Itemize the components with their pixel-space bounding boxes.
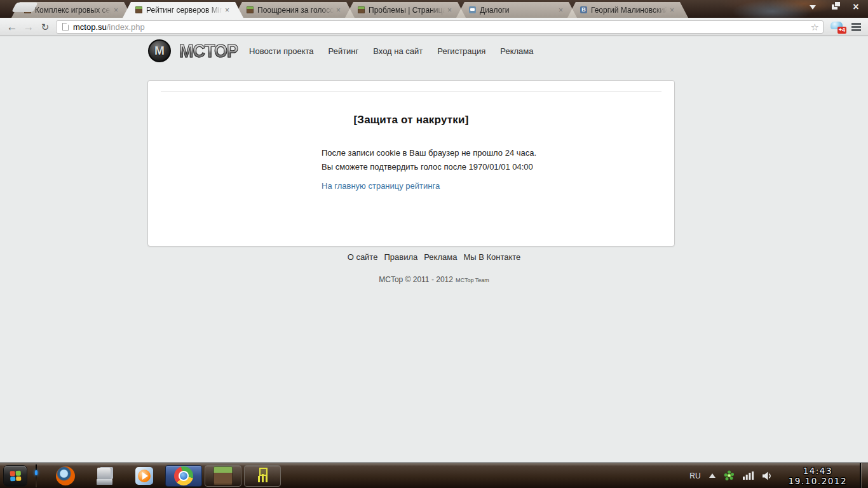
tab-title: Диалоги (480, 6, 556, 15)
tab-title: Комплекс игровых сервер (35, 6, 111, 15)
url-path: /index.php (107, 22, 145, 32)
show-desktop-button[interactable] (860, 463, 868, 488)
protection-message: После записи cookie в Ваш браузер не про… (322, 146, 674, 174)
tab-title: Георгий Малиновский (591, 6, 667, 15)
browser-tab[interactable]: Диалоги × (456, 2, 577, 18)
browser-tab[interactable]: Проблемы | Страница 113 × (345, 2, 466, 18)
taskbar-divider (36, 464, 37, 487)
footer-link[interactable]: Правила (384, 252, 417, 262)
taskbar-app-button[interactable] (86, 465, 123, 487)
nav-link[interactable]: Новости проекта (249, 46, 314, 56)
nav-link[interactable]: Вход на сайт (373, 46, 423, 56)
site-logo[interactable]: M MCTOP (148, 39, 238, 62)
tab-close-icon[interactable]: × (225, 6, 229, 14)
start-button[interactable] (3, 465, 27, 487)
chrome-menu-button[interactable] (850, 22, 863, 32)
tab-title: Рейтинг серверов Minecra (146, 6, 222, 15)
copyright-team: MCTop Team (456, 277, 489, 283)
url-text: mctop.su/index.php (73, 22, 145, 32)
browser-toolbar: ← → ↻ mctop.su/index.php ☆ +4 (0, 18, 868, 36)
taskbar-clock[interactable]: 14:43 19.10.2012 (789, 466, 847, 486)
tab-favicon-icon (135, 6, 142, 13)
app-icon (214, 466, 233, 485)
back-to-rating-link[interactable]: На главную страницу рейтинга (322, 181, 440, 191)
nav-link[interactable]: Рейтинг (329, 46, 359, 56)
tab-favicon-icon (580, 6, 587, 13)
nav-link[interactable]: Реклама (500, 46, 533, 56)
tab-title: Поощрения за голосован (257, 6, 334, 15)
site-nav: Новости проектаРейтингВход на сайтРегист… (249, 46, 548, 56)
extension-badge: +4 (837, 27, 846, 34)
tab-title: Проблемы | Страница 113 (369, 6, 445, 15)
system-tray: RU 14:43 19.10.2012 (689, 466, 856, 486)
tab-close-icon[interactable]: × (114, 6, 118, 14)
forward-button[interactable]: → (20, 22, 37, 32)
footer-link[interactable]: О сайте (348, 252, 378, 262)
taskbar-app-button[interactable] (165, 465, 202, 487)
taskbar-app-button[interactable] (126, 465, 163, 487)
clock-date: 19.10.2012 (789, 476, 847, 486)
url-host: mctop.su (73, 22, 107, 32)
taskbar: RU 14:43 19.10.2012 (0, 463, 868, 488)
app-icon (56, 466, 75, 485)
app-icon (95, 467, 114, 485)
network-signal-icon[interactable] (743, 471, 754, 480)
minimize-icon (810, 5, 816, 13)
reload-button[interactable]: ↻ (37, 22, 53, 32)
bookmark-star-icon[interactable]: ☆ (811, 22, 819, 32)
address-bar[interactable]: mctop.su/index.php ☆ (56, 20, 824, 34)
web-page: M MCTOP Новости проектаРейтингВход на са… (0, 37, 868, 463)
page-title: [Защита от накрутки] (148, 114, 674, 126)
back-button[interactable]: ← (4, 22, 20, 32)
taskbar-apps (47, 465, 281, 487)
window-close-button[interactable]: × (850, 3, 862, 11)
tab-favicon-icon (247, 6, 254, 13)
taskbar-app-button[interactable] (244, 465, 281, 487)
site-footer-nav: О сайтеПравилаРекламаМы В Контакте (0, 252, 868, 262)
window-minimize-button[interactable] (807, 3, 818, 11)
show-hidden-icons-button[interactable] (709, 470, 715, 478)
tab-close-icon[interactable]: × (559, 6, 563, 14)
browser-tab[interactable]: Поощрения за голосован × (234, 2, 355, 18)
footer-link[interactable]: Мы В Контакте (463, 252, 520, 262)
app-icon (255, 467, 269, 484)
clock-time: 14:43 (789, 466, 847, 476)
window-restore-button[interactable] (829, 3, 840, 11)
copyright-text: MCTop © 2011 - 2012 (379, 275, 453, 284)
mctop-logo-icon: M (148, 39, 171, 62)
windows-logo-icon (10, 470, 21, 481)
extension-button[interactable]: +4 (829, 20, 845, 33)
card-divider (161, 91, 661, 92)
tab-favicon-icon (358, 6, 365, 13)
tab-close-icon[interactable]: × (447, 6, 452, 14)
language-indicator[interactable]: RU (689, 471, 700, 480)
message-line-2: Вы сможете подтвердить голос после 1970/… (322, 160, 674, 174)
taskbar-app-button[interactable] (205, 465, 241, 487)
app-icon (135, 467, 153, 485)
app-icon (174, 466, 193, 485)
taskbar-app-button[interactable] (47, 465, 84, 487)
nav-link[interactable]: Регистрация (437, 46, 485, 56)
browser-tab[interactable]: Рейтинг серверов Minecra × (123, 2, 243, 18)
footer-link[interactable]: Реклама (424, 252, 457, 262)
tab-strip: Комплекс игровых сервер × Рейтинг сервер… (11, 2, 679, 18)
volume-icon[interactable] (763, 471, 773, 480)
message-line-1: После записи cookie в Ваш браузер не про… (322, 146, 674, 160)
browser-titlebar: Комплекс игровых сервер × Рейтинг сервер… (0, 0, 868, 18)
site-header: M MCTOP Новости проектаРейтингВход на са… (0, 37, 868, 65)
content-card: [Защита от накрутки] После записи cookie… (147, 80, 675, 247)
logo-wordmark: MCTOP (179, 40, 238, 61)
browser-tab[interactable]: Георгий Малиновский × (567, 2, 688, 18)
close-icon: × (853, 2, 858, 12)
restore-icon (832, 4, 837, 10)
tab-favicon-icon (469, 6, 476, 13)
tab-close-icon[interactable]: × (336, 6, 341, 14)
copyright: MCTop © 2011 - 2012MCTop Team (0, 275, 868, 284)
qip-status-flower-icon[interactable] (724, 470, 735, 481)
window-controls: × (807, 2, 862, 12)
page-document-icon (62, 23, 69, 30)
tab-close-icon[interactable]: × (670, 6, 674, 14)
